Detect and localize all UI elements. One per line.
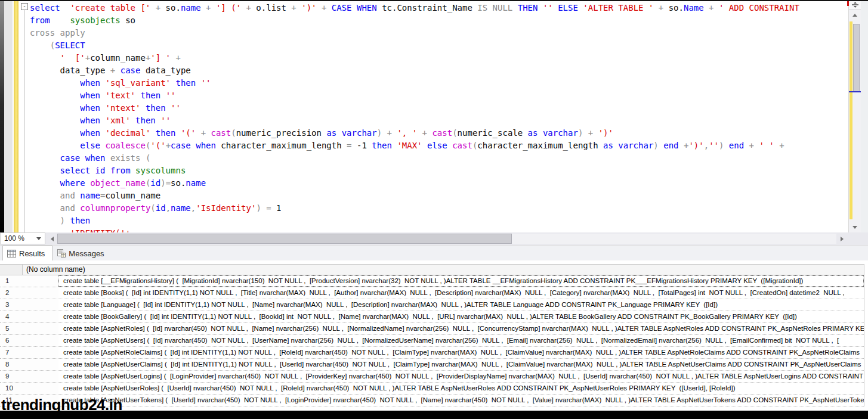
table-row: 2create table [Books] ( [Id] int IDENTIT… — [0, 287, 864, 299]
results-grid: (No column name) 1create table [__EFMigr… — [0, 264, 864, 406]
table-row: 11create table [AspNetUserTokens] ( [Use… — [0, 395, 864, 406]
column-header[interactable]: (No column name) — [23, 264, 864, 275]
result-cell[interactable]: create table [BookGallery] ( [Id] int ID… — [58, 311, 864, 322]
result-cell[interactable]: create table [AspNetRoleClaims] ( [Id] i… — [58, 347, 864, 358]
row-number[interactable]: 5 — [0, 323, 58, 334]
code-line[interactable]: (SELECT — [30, 39, 848, 52]
code-line[interactable]: when 'xml' then '' — [30, 114, 848, 127]
row-number[interactable]: 8 — [0, 359, 58, 370]
table-row: 3create table [Language] ( [Id] int IDEN… — [0, 299, 864, 311]
table-row: 4create table [BookGallery] ( [Id] int I… — [0, 311, 864, 323]
tab-results[interactable]: Results — [2, 246, 52, 260]
change-marks-strip — [850, 21, 852, 219]
code-line[interactable]: 'IDENTITY('+ — [30, 227, 848, 232]
results-grid-pane: (No column name) 1create table [__EFMigr… — [0, 260, 868, 411]
code-lines: select 'create table [' + so.name + '] (… — [18, 0, 848, 232]
code-line[interactable]: when 'sql_variant' then '' — [30, 77, 848, 89]
grid-header-row: (No column name) — [0, 264, 864, 275]
table-row: 10create table [AspNetUserRoles] ( [User… — [0, 383, 864, 395]
results-pane-tabs: Results Messages — [0, 245, 868, 260]
scroll-down-button[interactable] — [849, 222, 861, 232]
results-grid-icon — [7, 250, 16, 257]
vertical-scroll-track[interactable] — [849, 20, 861, 222]
result-cell[interactable]: create table [__EFMigrationsHistory] ( [… — [58, 275, 864, 287]
row-number[interactable]: 1 — [0, 275, 58, 287]
code-line[interactable]: when 'text' then '' — [30, 89, 848, 102]
window-left-edge — [0, 0, 4, 232]
arrow-left-icon — [51, 237, 54, 241]
arrow-down-icon — [852, 226, 857, 229]
window-bottom-edge — [0, 411, 868, 419]
code-line[interactable]: ' ['+column_name+'] ' + — [30, 52, 848, 64]
row-number[interactable]: 2 — [0, 287, 58, 299]
code-line[interactable]: when 'ntext' then '' — [30, 102, 848, 114]
arrow-right-icon — [841, 237, 844, 241]
messages-icon — [57, 249, 66, 257]
row-number[interactable]: 4 — [0, 311, 58, 322]
result-cell[interactable]: create table [AspNetUserClaims] ( [Id] i… — [58, 359, 864, 370]
row-number[interactable]: 9 — [0, 371, 58, 382]
code-line[interactable]: when 'decimal' then '(' + cast(numeric_p… — [30, 127, 848, 139]
code-line[interactable]: cross apply — [30, 27, 848, 39]
editor-vertical-scrollbar[interactable] — [848, 0, 861, 232]
row-number[interactable]: 3 — [0, 299, 58, 311]
chevron-down-icon — [36, 237, 41, 240]
scrollbar-right-gap — [861, 0, 868, 232]
code-line[interactable]: where object_name(id)=so.name — [30, 177, 848, 190]
watermark-text: trendinghub24.in — [1, 396, 122, 411]
result-cell[interactable]: create table [Language] ( [Id] int IDENT… — [58, 299, 864, 311]
tab-messages-label: Messages — [69, 249, 104, 258]
code-line[interactable]: data_type + case data_type — [30, 64, 848, 77]
splitter-handle[interactable] — [849, 0, 861, 10]
code-line[interactable]: ) then — [30, 215, 848, 227]
row-number[interactable]: 10 — [0, 383, 58, 394]
result-cell[interactable]: create table [AspNetRoles] ( [Id] nvarch… — [58, 323, 864, 334]
result-cell[interactable]: create table [AspNetUserRoles] ( [UserId… — [58, 383, 864, 394]
table-row: 5create table [AspNetRoles] ( [Id] nvarc… — [0, 323, 864, 335]
row-number[interactable]: 6 — [0, 335, 58, 346]
code-line[interactable]: and name=column_name — [30, 190, 848, 202]
row-number[interactable]: 7 — [0, 347, 58, 358]
vertical-scroll-thumb[interactable] — [853, 24, 860, 92]
arrow-up-icon — [852, 14, 857, 17]
code-line[interactable]: from sysobjects so — [30, 14, 848, 27]
table-row: 8create table [AspNetUserClaims] ( [Id] … — [0, 359, 864, 371]
result-cell[interactable]: create table [AspNetUsers] ( [Id] nvarch… — [58, 335, 864, 346]
horizontal-scroll-thumb[interactable] — [57, 234, 512, 244]
window-top-edge — [0, 0, 868, 1]
result-cell[interactable]: create table [AspNetUserLogins] ( [Login… — [58, 371, 864, 382]
grid-corner-cell[interactable] — [0, 264, 23, 275]
editor-bottom-bar: 100 % — [0, 232, 868, 245]
code-line[interactable]: else coalesce('('+case when character_ma… — [30, 139, 848, 152]
tab-messages[interactable]: Messages — [52, 246, 111, 260]
table-row: 1create table [__EFMigrationsHistory] ( … — [0, 275, 864, 287]
horizontal-scroll-track[interactable] — [57, 234, 836, 244]
code-line[interactable]: case when exists ( — [30, 152, 848, 165]
table-row: 6create table [AspNetUsers] ( [Id] nvarc… — [0, 335, 864, 347]
sql-editor: - select 'create table [' + so.name + ']… — [0, 0, 868, 232]
split-editor-icon — [852, 2, 858, 8]
indicator-margin[interactable] — [4, 0, 13, 232]
code-line[interactable]: and columnproperty(id,name,'IsIdentity')… — [30, 202, 848, 215]
table-row: 7create table [AspNetRoleClaims] ( [Id] … — [0, 347, 864, 359]
zoom-level-value: 100 % — [1, 234, 36, 243]
fold-collapse-icon[interactable]: - — [21, 3, 28, 10]
code-line[interactable]: select 'create table [' + so.name + '] (… — [30, 2, 848, 14]
table-row: 9create table [AspNetUserLogins] ( [Logi… — [0, 371, 864, 383]
scroll-up-button[interactable] — [849, 10, 861, 20]
scroll-right-button[interactable] — [837, 234, 847, 244]
code-line[interactable]: select id from syscolumns — [30, 165, 848, 177]
tab-results-label: Results — [19, 249, 45, 258]
caret-position-marker — [849, 91, 861, 92]
result-cell[interactable]: create table [AspNetUserTokens] ( [UserI… — [58, 395, 864, 406]
result-cell[interactable]: create table [Books] ( [Id] int IDENTITY… — [58, 287, 864, 299]
zoom-level-select[interactable]: 100 % — [0, 232, 45, 244]
scroll-left-button[interactable] — [47, 234, 57, 244]
change-tracking-bar — [14, 0, 18, 232]
code-editor-text-area[interactable]: - select 'create table [' + so.name + ']… — [18, 0, 848, 232]
grid-rows: 1create table [__EFMigrationsHistory] ( … — [0, 275, 864, 406]
